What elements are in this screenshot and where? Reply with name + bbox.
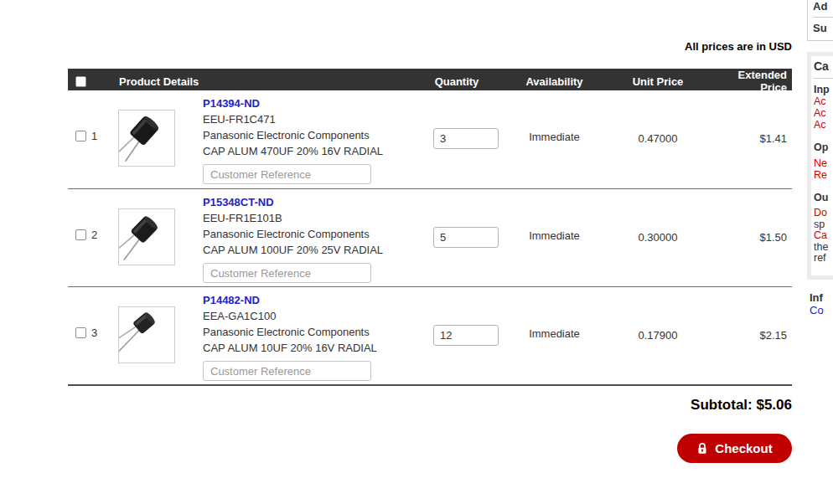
manufacturer: Panasonic Electronic Components <box>203 324 415 340</box>
sidebar-link[interactable]: Ac <box>814 119 833 131</box>
table-row: 2 P15348CT-ND E <box>68 188 792 286</box>
sidebar-text: ref <box>814 253 833 265</box>
capacitor-photo <box>119 307 174 363</box>
quantity-input[interactable] <box>433 325 499 346</box>
row-number: 3 <box>91 327 97 339</box>
row-select-checkbox[interactable] <box>75 131 86 141</box>
sidebar-cart-tools-box: Ca Inp Ac Ac Ac Op Ne Re Ou Do sp Ca the… <box>807 52 833 280</box>
unit-price-value: 0.17900 <box>603 287 712 384</box>
availability-value: Immediate <box>499 189 603 286</box>
sidebar-info-section: Inf Co <box>810 291 824 316</box>
row-number: 2 <box>91 229 97 241</box>
cart-page: { "header_note": { "text": "All prices a… <box>0 0 833 504</box>
customer-reference-input[interactable] <box>203 263 371 283</box>
product-image[interactable] <box>118 306 175 363</box>
extended-price-value: $1.50 <box>712 189 792 286</box>
lock-icon <box>696 442 708 455</box>
product-image-cell <box>118 90 203 188</box>
part-number-link[interactable]: P15348CT-ND <box>203 194 274 210</box>
customer-reference-input[interactable] <box>203 361 371 381</box>
sidebar-link[interactable]: Ca <box>814 230 833 242</box>
product-details-cell: P15348CT-ND EEU-FR1E101B Panasonic Elect… <box>203 189 415 286</box>
capacitor-photo <box>119 209 174 265</box>
product-image-cell <box>118 287 203 384</box>
sidebar-info-link[interactable]: Co <box>810 304 824 316</box>
availability-value: Immediate <box>499 90 603 188</box>
table-row: 1 P14394-ND EEU <box>68 90 792 188</box>
sidebar-link[interactable]: Ac <box>814 107 833 119</box>
product-image[interactable] <box>118 208 175 265</box>
product-details-cell: P14394-ND EEU-FR1C471 Panasonic Electron… <box>203 90 415 188</box>
customer-reference-input[interactable] <box>203 164 371 184</box>
sidebar-link[interactable]: Ne <box>814 157 833 169</box>
manufacturer: Panasonic Electronic Components <box>203 226 415 242</box>
extended-price-value: $1.41 <box>712 90 792 188</box>
product-description: CAP ALUM 100UF 20% 25V RADIAL <box>203 242 415 258</box>
col-header-unit-price: Unit Price <box>603 75 712 88</box>
sidebar-account-line: Su <box>813 22 833 34</box>
row-select-checkbox[interactable] <box>75 229 86 240</box>
col-header-quantity: Quantity <box>415 75 499 88</box>
product-image-cell <box>118 189 203 286</box>
sidebar-link[interactable]: Re <box>814 169 833 181</box>
sidebar-link[interactable]: Ac <box>814 95 833 107</box>
product-image[interactable] <box>118 110 175 167</box>
mfr-part-number: EEU-FR1E101B <box>203 210 415 226</box>
subtotal-label: Subtotal: <box>691 397 753 413</box>
unit-price-value: 0.47000 <box>603 90 712 188</box>
part-number-link[interactable]: P14394-ND <box>203 95 260 111</box>
sidebar-text-group: Do sp Ca the ref <box>814 208 833 265</box>
availability-value: Immediate <box>499 287 603 384</box>
extended-price-value: $2.15 <box>712 287 792 384</box>
prices-note: All prices are in USD <box>685 40 792 53</box>
checkout-label: Checkout <box>715 441 772 455</box>
row-select-cell: 2 <box>68 189 118 286</box>
mfr-part-number: EEU-FR1C471 <box>203 111 415 127</box>
subtotal-value: $5.06 <box>756 397 792 413</box>
quantity-cell <box>415 189 499 286</box>
sidebar-link-group: Ne Re <box>814 157 833 181</box>
col-header-product-details: Product Details <box>118 75 415 88</box>
sidebar-account-line: Ad <box>813 0 833 13</box>
quantity-cell <box>415 287 499 384</box>
sidebar-account-box: Ad Su <box>807 0 833 41</box>
select-all-checkbox[interactable] <box>75 76 86 87</box>
quantity-input[interactable] <box>433 227 499 248</box>
unit-price-value: 0.30000 <box>603 189 712 286</box>
sidebar-group-heading: Op <box>814 141 833 153</box>
sidebar-text: sp <box>814 219 833 231</box>
sidebar-group-heading: Ou <box>814 192 833 203</box>
table-body: 1 P14394-ND EEU <box>68 90 792 386</box>
capacitor-photo <box>119 111 174 166</box>
table-row: 3 P14482-ND EEA <box>68 286 792 384</box>
select-all-cell <box>68 76 118 87</box>
quantity-input[interactable] <box>433 128 499 149</box>
mfr-part-number: EEA-GA1C100 <box>203 308 415 324</box>
cart-table: Product Details Quantity Availability Un… <box>68 69 792 386</box>
quantity-cell <box>415 90 499 188</box>
col-header-availability: Availability <box>499 75 603 88</box>
sidebar-text: the <box>814 242 833 254</box>
table-header-row: Product Details Quantity Availability Un… <box>68 69 792 90</box>
product-details-cell: P14482-ND EEA-GA1C100 Panasonic Electron… <box>203 287 415 384</box>
row-select-cell: 1 <box>68 90 118 188</box>
divider <box>813 17 833 18</box>
sidebar-group-heading: Inp <box>814 84 833 95</box>
sidebar-link[interactable]: Do <box>814 208 833 219</box>
subtotal: Subtotal: $5.06 <box>691 397 792 414</box>
product-description: CAP ALUM 10UF 20% 16V RADIAL <box>203 340 415 356</box>
sidebar-tools-heading: Ca <box>814 59 833 79</box>
checkout-button[interactable]: Checkout <box>677 434 792 463</box>
sidebar-cart-tools-inner: Ca Inp Ac Ac Ac Op Ne Re Ou Do sp Ca the… <box>811 56 833 275</box>
row-select-checkbox[interactable] <box>75 327 86 338</box>
row-select-cell: 3 <box>68 287 118 384</box>
manufacturer: Panasonic Electronic Components <box>203 127 415 143</box>
product-description: CAP ALUM 470UF 20% 16V RADIAL <box>203 143 415 159</box>
sidebar-info-heading: Inf <box>810 291 824 304</box>
row-number: 1 <box>91 131 97 142</box>
part-number-link[interactable]: P14482-ND <box>203 292 260 308</box>
